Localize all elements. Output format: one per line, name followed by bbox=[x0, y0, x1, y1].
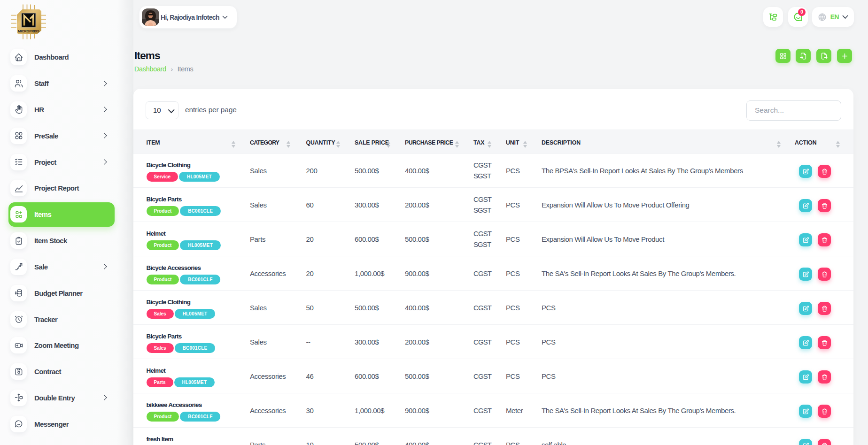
svg-text:MICROPRIXS: MICROPRIXS bbox=[18, 29, 39, 33]
